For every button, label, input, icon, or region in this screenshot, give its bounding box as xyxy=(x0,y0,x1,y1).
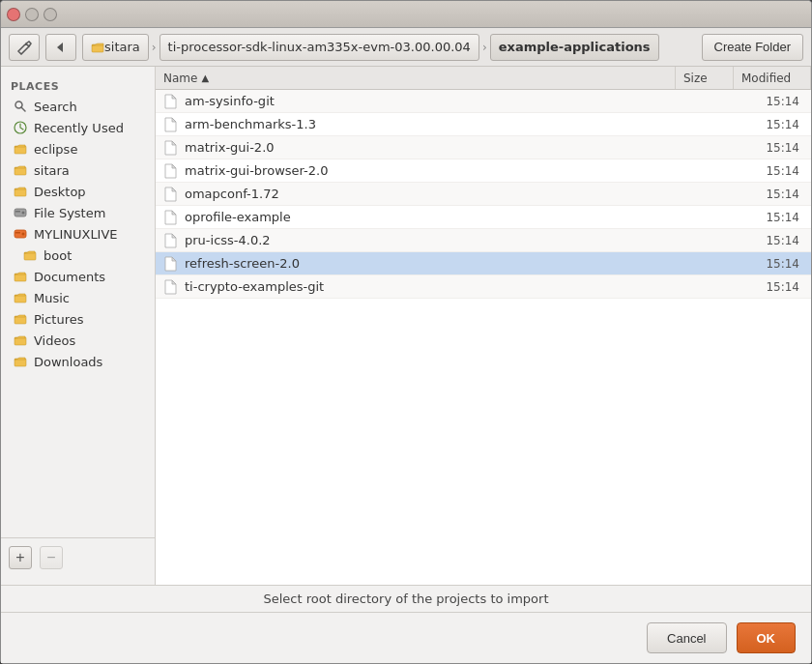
file-icon xyxy=(163,94,179,109)
sidebar-item-videos[interactable]: Videos xyxy=(3,330,153,351)
create-folder-label: Create Folder xyxy=(714,40,791,54)
file-name: matrix-gui-2.0 xyxy=(185,140,668,155)
svg-point-9 xyxy=(22,212,25,215)
sidebar-music-label: Music xyxy=(34,291,70,305)
folder-icon xyxy=(13,354,28,369)
ok-button[interactable]: OK xyxy=(737,622,797,653)
size-column-header[interactable]: Size xyxy=(676,67,734,89)
table-row[interactable]: omapconf-1.7215:14 xyxy=(156,183,811,206)
folder-icon xyxy=(91,41,104,54)
table-row[interactable]: am-sysinfo-git15:14 xyxy=(156,90,811,113)
sidebar-eclipse-label: eclipse xyxy=(34,142,77,157)
file-icon xyxy=(163,256,179,272)
sidebar-recently-used-label: Recently Used xyxy=(34,121,124,135)
folder-icon xyxy=(13,332,28,348)
folder-icon xyxy=(13,290,28,305)
file-icon xyxy=(163,210,179,225)
file-modified: 15:14 xyxy=(726,188,803,201)
sidebar-item-search[interactable]: Search xyxy=(3,96,153,117)
file-list-container: Name ▲ Size Modified am-sysinfo-git15:14… xyxy=(156,67,811,585)
sidebar-documents-label: Documents xyxy=(34,270,105,284)
sidebar-item-desktop[interactable]: Desktop xyxy=(3,181,153,202)
sidebar-item-music[interactable]: Music xyxy=(3,287,153,308)
sidebar-item-eclipse[interactable]: eclipse xyxy=(3,138,153,159)
folder-icon xyxy=(22,247,38,263)
sidebar-search-label: Search xyxy=(34,100,77,114)
sidebar-item-mylinuxlive[interactable]: MYLINUXLIVE xyxy=(3,223,153,245)
remove-icon: − xyxy=(46,549,55,566)
minimize-button[interactable] xyxy=(25,8,39,21)
edit-button[interactable] xyxy=(9,34,40,61)
add-bookmark-button[interactable]: + xyxy=(9,546,32,569)
add-icon: + xyxy=(15,549,24,566)
sidebar-item-filesystem[interactable]: File System xyxy=(3,202,153,223)
breadcrumb-examples[interactable]: example-applications xyxy=(490,34,659,61)
sidebar-pictures-label: Pictures xyxy=(34,312,83,327)
file-list-header: Name ▲ Size Modified xyxy=(156,67,811,90)
sidebar-filesystem-label: File System xyxy=(34,206,105,220)
status-message: Select root directory of the projects to… xyxy=(264,592,549,606)
search-icon xyxy=(13,99,28,114)
breadcrumb-sdk[interactable]: ti-processor-sdk-linux-am335x-evm-03.00.… xyxy=(160,34,479,61)
table-row[interactable]: oprofile-example15:14 xyxy=(156,206,811,229)
file-modified: 15:14 xyxy=(726,257,803,271)
table-row[interactable]: refresh-screen-2.015:14 xyxy=(156,252,811,275)
file-chooser-dialog: sitara › ti-processor-sdk-linux-am335x-e… xyxy=(0,0,812,664)
breadcrumb-separator-2: › xyxy=(481,41,488,54)
name-column-header[interactable]: Name ▲ xyxy=(156,67,676,89)
file-name: pru-icss-4.0.2 xyxy=(185,233,668,247)
sidebar-item-downloads[interactable]: Downloads xyxy=(3,351,153,372)
breadcrumb-separator-1: › xyxy=(151,41,158,54)
file-icon xyxy=(163,117,179,132)
breadcrumb: sitara › ti-processor-sdk-linux-am335x-e… xyxy=(82,34,696,61)
file-modified: 15:14 xyxy=(726,118,803,131)
close-button[interactable] xyxy=(7,8,20,21)
modified-column-header[interactable]: Modified xyxy=(734,67,811,89)
svg-point-12 xyxy=(22,233,25,236)
file-list[interactable]: am-sysinfo-git15:14 arm-benchmarks-1.315… xyxy=(156,90,811,585)
folder-icon xyxy=(13,141,28,157)
svg-rect-10 xyxy=(15,211,20,213)
file-icon xyxy=(163,163,179,179)
breadcrumb-sdk-label: ti-processor-sdk-linux-am335x-evm-03.00.… xyxy=(168,40,471,54)
recently-used-icon xyxy=(13,120,28,135)
table-row[interactable]: pru-icss-4.0.215:14 xyxy=(156,229,811,252)
file-icon xyxy=(163,279,179,295)
size-column-label: Size xyxy=(683,72,708,85)
drive-icon xyxy=(13,205,28,220)
breadcrumb-sitara[interactable]: sitara xyxy=(82,34,149,61)
file-name: refresh-screen-2.0 xyxy=(185,256,668,271)
special-drive-icon xyxy=(13,226,28,242)
main-content: Places Search R xyxy=(1,67,811,585)
file-icon xyxy=(163,233,179,248)
folder-icon xyxy=(13,184,28,199)
table-row[interactable]: matrix-gui-browser-2.015:14 xyxy=(156,159,811,183)
maximize-button[interactable] xyxy=(44,8,57,21)
create-folder-button[interactable]: Create Folder xyxy=(702,34,803,61)
file-name: ti-crypto-examples-git xyxy=(185,279,668,294)
folder-icon xyxy=(13,311,28,327)
sidebar-item-sitara[interactable]: sitara xyxy=(3,159,153,181)
table-row[interactable]: matrix-gui-2.015:14 xyxy=(156,136,811,159)
breadcrumb-examples-label: example-applications xyxy=(499,40,651,54)
places-label: Places xyxy=(1,74,155,96)
table-row[interactable]: ti-crypto-examples-git15:14 xyxy=(156,275,811,299)
button-bar: Cancel OK xyxy=(1,612,811,663)
sidebar-item-documents[interactable]: Documents xyxy=(3,266,153,287)
folder-icon xyxy=(13,269,28,284)
cancel-button[interactable]: Cancel xyxy=(647,622,726,653)
edit-icon xyxy=(16,40,32,55)
file-name: omapconf-1.72 xyxy=(185,187,668,201)
sidebar-desktop-label: Desktop xyxy=(34,185,86,199)
sidebar-item-recently-used[interactable]: Recently Used xyxy=(3,117,153,138)
sidebar-item-boot[interactable]: boot xyxy=(3,245,153,266)
back-icon xyxy=(53,40,69,55)
remove-bookmark-button[interactable]: − xyxy=(40,546,63,569)
breadcrumb-sitara-label: sitara xyxy=(104,40,140,54)
sidebar-item-pictures[interactable]: Pictures xyxy=(3,308,153,330)
table-row[interactable]: arm-benchmarks-1.315:14 xyxy=(156,113,811,136)
file-modified: 15:14 xyxy=(726,141,803,155)
sidebar-mylinuxlive-label: MYLINUXLIVE xyxy=(34,227,118,242)
back-button[interactable] xyxy=(45,34,76,61)
svg-line-3 xyxy=(21,107,25,111)
